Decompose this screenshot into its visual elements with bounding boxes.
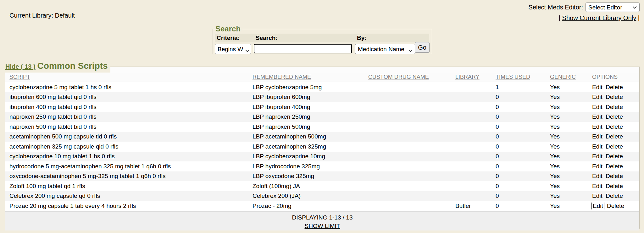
cell-remembered-name: LBP hydrocodone 325mg [248,163,364,170]
cell-generic: Yes [546,173,588,180]
cell-options: Edit Delete [588,173,639,180]
column-header-options-cell: OPTIONS [588,74,639,80]
column-header-script[interactable]: SCRIPT [9,74,30,80]
delete-link[interactable]: Delete [606,163,623,170]
edit-link[interactable]: Edit [592,183,602,189]
cell-remembered-name: LBP ibuprofen 600mg [248,94,364,100]
delete-link[interactable]: Delete [606,153,623,160]
cell-remembered-name: LBP ibuprofen 400mg [248,104,364,111]
cell-options: Edit Delete [588,113,639,120]
cell-script: naproxen 500 mg tablet bid 0 rfls [5,123,248,130]
search-cell [254,42,355,54]
table-row: acetaminophen 325 mg capsule qid 0 rfls … [5,142,639,152]
page: { "header": { "current_library": "Curren… [0,0,644,233]
show-current-library-link[interactable]: Show Current Library Only [562,14,636,21]
cell-remembered-name: LBP acetaminophen 500mg [248,133,364,140]
displaying-count: DISPLAYING 1-13 / 13 [5,214,639,221]
show-limit-link[interactable]: SHOW LIMIT [305,223,340,230]
delete-link[interactable]: Delete [607,203,624,209]
table-row: Zoloft 100 mg tablet qd 1 rfls Zoloft (1… [5,181,639,191]
cell-script: acetaminophen 500 mg capsule tid 0 rfls [5,133,248,140]
table-row: cyclobenzaprine 5 mg tablet 1 hs 0 rfls … [5,82,639,92]
table-header: SCRIPT REMEMBERED NAME CUSTOM DRUG NAME … [5,73,639,82]
cell-generic: Yes [546,104,588,111]
common-scripts-title: Common Scripts [37,61,108,71]
table-row: ibuprofen 400 mg tablet qid 0 rfls LBP i… [5,102,639,112]
column-header-options: OPTIONS [592,74,618,80]
edit-link[interactable]: Edit [592,94,602,100]
edit-link[interactable]: Edit [592,84,602,90]
search-label: Search: [254,34,355,42]
go-button[interactable]: Go [415,42,430,53]
cell-generic: Yes [546,183,588,190]
search-input[interactable] [254,44,352,53]
column-header-custom-drug-name[interactable]: CUSTOM DRUG NAME [368,74,429,80]
cell-generic: Yes [546,84,588,91]
cell-remembered-name: LBP acetaminophen 325mg [248,143,364,150]
cell-generic: Yes [546,153,588,160]
delete-link[interactable]: Delete [606,123,623,130]
delete-link[interactable]: Delete [606,104,623,110]
table-row: ibuprofen 600 mg tablet qid 0 rfls LBP i… [5,92,639,102]
column-header-script-cell: SCRIPT [5,74,248,80]
meds-editor-select[interactable]: Select Editor [586,3,640,12]
meds-editor-select-wrap: Select Editor [586,3,640,12]
cell-generic: Yes [546,143,588,150]
edit-link[interactable]: Edit [592,104,602,110]
edit-link[interactable]: Edit [592,113,602,120]
delete-link[interactable]: Delete [606,183,623,189]
edit-link[interactable]: Edit [592,153,602,160]
cell-generic: Yes [546,133,588,140]
pipe-left: | [559,14,560,21]
cell-times-used: 0 [491,173,546,180]
column-header-library[interactable]: LIBRARY [455,74,480,80]
edit-link[interactable]: Edit [592,192,602,199]
delete-link[interactable]: Delete [606,113,623,120]
cell-generic: Yes [546,113,588,120]
delete-link[interactable]: Delete [606,143,623,150]
cell-remembered-name: Celebrex 200 (JA) [248,192,364,199]
delete-link[interactable]: Delete [606,84,623,90]
by-select-wrap: Medication Name [355,44,415,54]
edit-link[interactable]: Edit [592,203,604,209]
edit-link[interactable]: Edit [592,123,602,130]
cell-remembered-name: Prozac - 20mg [248,203,364,209]
cell-script: Zoloft 100 mg tablet qd 1 rfls [5,183,248,190]
common-scripts-panel: Hide ( 13 )Common Scripts SCRIPT REMEMBE… [5,61,640,229]
edit-link[interactable]: Edit [592,163,602,170]
search-form: Criteria: Search: By: Begins With Medica… [215,34,429,54]
cell-options: Edit Delete [588,143,639,150]
criteria-select[interactable]: Begins With [215,44,251,54]
delete-link[interactable]: Delete [606,192,623,199]
cell-times-used: 0 [491,113,546,120]
cell-options: Edit Delete [588,192,639,199]
table-row: acetaminophen 500 mg capsule tid 0 rfls … [5,132,639,142]
column-header-generic[interactable]: GENERIC [550,74,576,80]
meds-editor-row: Select Meds Editor: Select Editor [529,3,640,12]
cell-options: Edit Delete [588,183,639,190]
cell-script: hydrocodone 5 mg-acetaminophen 325 mg ta… [5,163,248,170]
cell-times-used: 0 [491,183,546,190]
meds-editor-label: Select Meds Editor: [529,4,583,11]
edit-link[interactable]: Edit [592,133,602,140]
hide-link[interactable]: Hide ( 13 ) [5,63,36,70]
by-cell: Medication Name [355,42,420,54]
cell-times-used: 0 [491,133,546,140]
column-header-times-used[interactable]: TIMES USED [496,74,530,80]
delete-link[interactable]: Delete [606,173,623,179]
cell-script: ibuprofen 400 mg tablet qid 0 rfls [5,104,248,111]
cell-options: Edit Delete [588,203,639,209]
cell-options: Edit Delete [588,84,639,91]
edit-link[interactable]: Edit [592,143,602,150]
column-header-remembered-name[interactable]: REMEMBERED NAME [253,74,311,80]
delete-link[interactable]: Delete [606,133,623,140]
edit-link[interactable]: Edit [592,173,602,179]
delete-link[interactable]: Delete [606,94,623,100]
cell-script: Prozac 20 mg capsule 1 tab every 4 hours… [5,203,248,209]
cell-library: Butler [451,203,491,209]
cell-times-used: 0 [491,153,546,160]
cell-generic: Yes [546,163,588,170]
by-select[interactable]: Medication Name [355,44,415,54]
cell-generic: Yes [546,123,588,130]
table-row: cyclobenzaprine 10 mg tablet 1 hs 0 rfls… [5,152,639,162]
